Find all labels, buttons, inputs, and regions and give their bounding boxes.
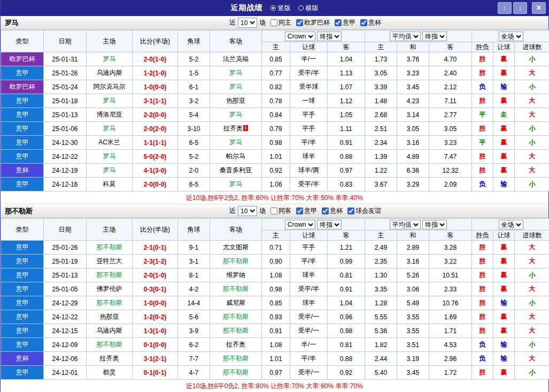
scroll-down-button[interactable]: ↓	[513, 2, 527, 14]
odds-away: 0.98	[328, 324, 365, 338]
odds-home: 0.84	[262, 108, 290, 122]
match-score: 2-0(0-0)	[133, 178, 178, 191]
filter-friendly[interactable]: 球会友谊	[347, 206, 381, 216]
filter-seriea[interactable]: 意甲	[335, 18, 355, 27]
average-select[interactable]: 平均值	[390, 220, 421, 229]
filter-coppa[interactable]: 意杯	[322, 206, 343, 216]
near-label: 近	[229, 18, 236, 27]
home-team: 罗马	[87, 52, 133, 66]
away-team: 那不勒斯	[210, 366, 262, 380]
result-outcome: 胜	[472, 66, 493, 80]
corner-count: 6-1	[178, 80, 210, 94]
avg-stage-select[interactable]: 终指	[422, 32, 447, 41]
filter-seriea[interactable]: 意甲	[296, 206, 317, 216]
col-type: 类型	[1, 30, 44, 52]
match-type: 意甲	[1, 122, 44, 136]
bookmaker-select[interactable]: Crown	[285, 32, 315, 41]
match-row: 意甲25-01-26那不勒斯2-1(0-1)9-1尤文图斯0.71平手1.212…	[1, 241, 549, 255]
filter-europa-checkbox[interactable]	[296, 19, 303, 26]
col-result-goals: 进球数	[515, 230, 549, 241]
match-score: 4-1(3-0)	[133, 164, 178, 178]
odds-home: 0.78	[262, 94, 290, 108]
corner-count: 5-2	[178, 52, 210, 66]
match-type: 意甲	[1, 66, 44, 80]
away-team: 那不勒斯	[210, 282, 262, 296]
average-group-header: 平均值 终指	[365, 219, 472, 230]
filter-friendly-checkbox[interactable]	[347, 207, 354, 214]
filter-coppa-checkbox[interactable]	[322, 207, 329, 214]
odds-home: 1.01	[262, 352, 290, 366]
window-title: 近期战绩	[231, 3, 263, 13]
average-select[interactable]: 平均值	[390, 32, 421, 41]
odds-handicap: 半/一	[290, 52, 328, 66]
result-group-header: 全场	[472, 219, 549, 230]
close-button[interactable]: ✕	[532, 2, 546, 14]
avg-draw-odds: 3.55	[397, 324, 429, 338]
layout-radio-vertical[interactable]: 竖版	[270, 4, 291, 13]
away-team: 那不勒斯	[210, 352, 262, 366]
layout-radio-horizontal[interactable]: 横版	[298, 4, 319, 13]
home-team: 乌迪内斯	[87, 324, 133, 338]
filter-coppa-label: 意杯	[330, 206, 343, 216]
col-away: 客场	[210, 219, 262, 241]
col-type: 类型	[1, 219, 44, 241]
odds-stage-select[interactable]: 终指	[317, 32, 342, 41]
result-handicap: 赢	[493, 94, 515, 108]
avg-draw-odds: 3.29	[397, 178, 429, 191]
odds-home: 0.71	[262, 241, 290, 255]
filter-same-home[interactable]: 同主	[270, 18, 291, 27]
avg-draw-odds: 5.49	[397, 296, 429, 310]
corner-count: 3-1	[178, 255, 210, 268]
avg-away-odds: 7.11	[429, 94, 472, 108]
avg-draw-odds: 2.89	[397, 241, 429, 255]
filter-same-home-checkbox[interactable]	[270, 19, 277, 26]
avg-away-odds: 2.09	[429, 178, 472, 191]
filter-seriea-checkbox[interactable]	[335, 19, 342, 26]
odds-stage-select[interactable]: 终指	[317, 220, 342, 229]
filter-coppa-checkbox[interactable]	[360, 19, 367, 26]
scope-select[interactable]: 全场	[499, 32, 523, 41]
odds-away: 1.07	[328, 80, 365, 94]
avg-away-odds: 2.33	[429, 282, 472, 296]
result-handicap: 走	[493, 108, 515, 122]
result-handicap: 赢	[493, 268, 515, 282]
match-type: 意杯	[1, 352, 44, 366]
match-score: 2-0(2-0)	[133, 122, 178, 136]
filter-same-away[interactable]: 同客	[270, 206, 291, 216]
match-score: 1-3(1-0)	[133, 324, 178, 338]
filter-europa[interactable]: 欧罗巴杯	[296, 18, 330, 27]
filter-coppa[interactable]: 意杯	[360, 18, 381, 27]
match-type: 意甲	[1, 310, 44, 324]
odds-away: 1.13	[328, 66, 365, 80]
match-table: 类型 日期 主场 比分(半场) 角球 客场 Crown 终指 平均值 终指	[1, 218, 549, 380]
avg-draw-odds: 3.16	[397, 136, 429, 150]
result-goals: 大	[515, 150, 549, 164]
avg-draw-odds: 3.06	[397, 282, 429, 296]
filter-same-away-checkbox[interactable]	[270, 207, 277, 214]
match-type: 意甲	[1, 94, 44, 108]
avg-draw-odds: 3.19	[397, 352, 429, 366]
record-summary: 近10场,胜8平0负2, 胜率:80% 让胜率:70% 大率:60% 单率:70…	[1, 380, 548, 392]
odds-home: 1.08	[262, 338, 290, 352]
avg-stage-select[interactable]: 终指	[422, 220, 447, 229]
titlebar-buttons: ↑ ↓ ✕	[498, 2, 546, 14]
scroll-up-button[interactable]: ↑	[498, 2, 512, 14]
match-score: 1-0(0-0)	[133, 80, 178, 94]
scope-select[interactable]: 全场	[499, 220, 523, 229]
result-outcome: 胜	[472, 241, 493, 255]
match-row: 意甲24-12-01都灵0-1(0-1)4-7那不勒斯0.97受半/一0.925…	[1, 366, 549, 380]
match-row: 意甲25-01-13那不勒斯2-0(1-0)8-1维罗纳1.08球半0.811.…	[1, 268, 549, 282]
match-row: 意甲25-01-06罗马2-0(2-0)3-10拉齐奥10.79平手1.112.…	[1, 122, 549, 136]
match-date: 25-01-24	[44, 80, 87, 94]
match-count-select[interactable]: 10	[238, 18, 257, 28]
away-team: 罗马	[210, 136, 262, 150]
avg-away-odds: 1.71	[429, 324, 472, 338]
avg-away-odds: 1.72	[429, 366, 472, 380]
avg-away-odds: 1.69	[429, 310, 472, 324]
col-home: 主场	[87, 219, 133, 241]
match-score: 2-1(0-1)	[133, 241, 178, 255]
match-count-select[interactable]: 10	[238, 206, 257, 216]
filter-seriea-checkbox[interactable]	[296, 207, 303, 214]
bookmaker-select[interactable]: Crown	[285, 220, 315, 229]
match-row: 意甲25-01-19亚特兰大2-3(1-2)3-1那不勒斯0.90平/半0.99…	[1, 255, 549, 268]
